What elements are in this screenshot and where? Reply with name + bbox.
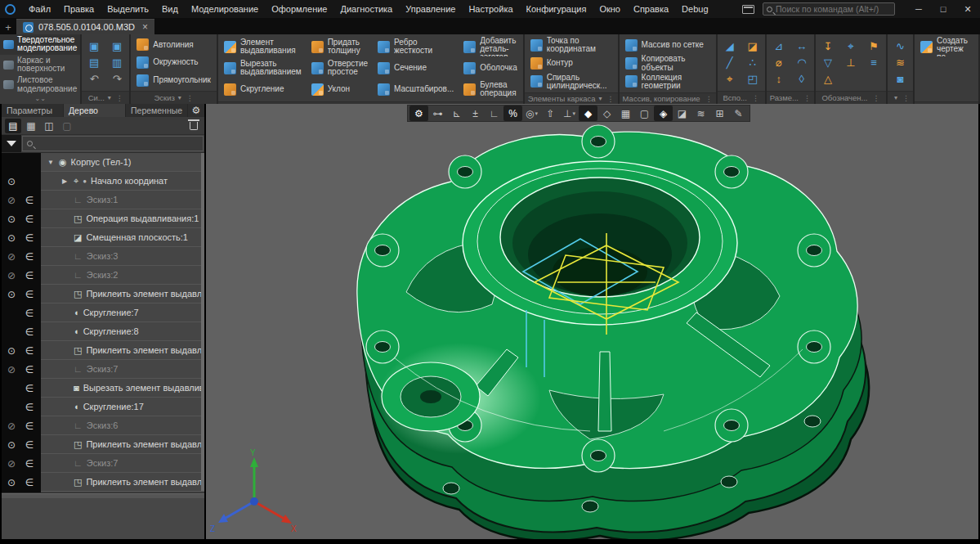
- tree-item[interactable]: ⊘∈∟Эскиз:6: [2, 416, 204, 435]
- viewport-3d[interactable]: ⚙⊶⊾±∟%◎▾⇧⊥▾◆◇▦▢◈◪≋⊞✎ Y X Z: [206, 104, 978, 539]
- layers-icon[interactable]: ≋: [691, 106, 710, 121]
- include-relation-icon[interactable]: ∈: [21, 439, 38, 451]
- include-relation-icon[interactable]: ∈: [21, 383, 38, 394]
- diameter-dimension-icon[interactable]: ⌀: [770, 56, 788, 70]
- include-relation-icon[interactable]: ∈: [21, 289, 38, 300]
- group-dropdown-icon[interactable]: ▾: [178, 94, 181, 101]
- tree-structure-icon[interactable]: ▦: [23, 119, 39, 133]
- eye-hidden-icon[interactable]: ⊘: [2, 458, 21, 470]
- eye-hidden-icon[interactable]: ⊘: [2, 251, 21, 263]
- thicken-button[interactable]: Придать толщину: [309, 36, 370, 57]
- tolerance-icon[interactable]: ▽: [819, 56, 837, 70]
- mode-tab[interactable]: Каркас и поверхности: [0, 55, 80, 75]
- menu-item[interactable]: Справка: [627, 0, 675, 18]
- mode-tab[interactable]: Листовое моделирование: [0, 74, 80, 95]
- tree-view-icon[interactable]: ▤: [5, 119, 21, 133]
- menu-item[interactable]: Оформление: [265, 0, 333, 18]
- tree-item[interactable]: ∈◖Скругление:7: [2, 303, 204, 322]
- position-icon[interactable]: △: [819, 72, 837, 86]
- tree-search-input[interactable]: [36, 139, 199, 149]
- include-relation-icon[interactable]: ∈: [21, 477, 38, 488]
- command-search[interactable]: [763, 2, 895, 16]
- tree-item[interactable]: ⊘∈∟Эскиз:7: [2, 454, 204, 473]
- link-dimensions-icon[interactable]: ⊶: [428, 106, 447, 121]
- spline-surface-icon[interactable]: ≋: [891, 56, 909, 70]
- group-grip-icon[interactable]: ⋮: [902, 94, 910, 102]
- delete-icon[interactable]: [190, 122, 198, 130]
- include-relation-icon[interactable]: ∈: [21, 232, 38, 244]
- group-grip-icon[interactable]: ⋮: [186, 94, 194, 102]
- print-icon[interactable]: ▤: [85, 56, 103, 70]
- group-grip-icon[interactable]: ⋮: [752, 94, 759, 102]
- eye-visible-icon[interactable]: ⊙: [2, 232, 21, 244]
- group-grip-icon[interactable]: ⋮: [803, 94, 811, 102]
- control-point-icon[interactable]: ∴: [744, 56, 762, 70]
- menu-item[interactable]: Вид: [155, 0, 185, 18]
- menu-item[interactable]: Правка: [57, 0, 101, 18]
- structure-icon[interactable]: ⊞: [710, 106, 729, 121]
- tree-item[interactable]: ∈◖Скругление:17: [2, 398, 204, 416]
- dimension-chain-icon[interactable]: ◊: [793, 72, 811, 86]
- tree-item[interactable]: ⊙∈◳Приклеить элемент выдавливани: [2, 341, 204, 360]
- scale-button[interactable]: Масштабиров...: [375, 79, 456, 100]
- include-relation-icon[interactable]: ∈: [21, 214, 38, 225]
- include-relation-icon[interactable]: ∈: [21, 420, 38, 432]
- eye-hidden-icon[interactable]: ⊘: [2, 270, 21, 281]
- linear-dimension-icon[interactable]: ↔: [793, 39, 811, 53]
- eye-visible-icon[interactable]: ⊙: [2, 214, 21, 225]
- group-grip-icon[interactable]: ⋮: [873, 94, 880, 102]
- menu-item[interactable]: Настройка: [462, 0, 519, 18]
- eye-visible-icon[interactable]: ⊙: [2, 439, 21, 451]
- eye-hidden-icon[interactable]: ⊘: [2, 364, 21, 375]
- menu-item[interactable]: Выделить: [101, 0, 155, 18]
- aux-plane-icon[interactable]: ◪: [744, 39, 762, 53]
- tree-item[interactable]: ⊘∈∟Эскиз:2: [2, 266, 204, 285]
- coordinate-triad-icon[interactable]: ⊥▾: [560, 106, 579, 121]
- eye-visible-icon[interactable]: ⊙: [2, 477, 21, 488]
- select-region-icon[interactable]: ▢: [635, 106, 654, 121]
- eye-visible-icon[interactable]: ⊙: [2, 289, 21, 300]
- include-relation-icon[interactable]: ∈: [21, 326, 38, 338]
- shaded-view-icon[interactable]: ◆: [579, 106, 597, 121]
- include-relation-icon[interactable]: ∈: [21, 458, 38, 470]
- panel-tab-дерево[interactable]: Дерево: [64, 104, 125, 117]
- aux-geometry-icon[interactable]: ⌖: [721, 72, 739, 86]
- tree-item[interactable]: ∈◙Вырезать элемент выдавливания:: [2, 379, 204, 398]
- menu-item[interactable]: Файл: [22, 0, 57, 18]
- datum-icon[interactable]: ⌖: [842, 39, 860, 53]
- point-by-coordinates-button[interactable]: Точка по координатам: [528, 36, 615, 54]
- circle-button[interactable]: Окружность: [134, 54, 213, 72]
- group-grip-icon[interactable]: ⋮: [116, 94, 123, 102]
- workspace-icon[interactable]: [742, 5, 754, 14]
- coordinate-triad-icon-dropdown[interactable]: ▾: [572, 110, 575, 117]
- menu-item[interactable]: Управление: [399, 0, 462, 18]
- include-relation-icon[interactable]: ∈: [21, 195, 38, 206]
- display-style-icon[interactable]: ◈: [654, 106, 673, 121]
- tree-item[interactable]: ▼◉Корпус (Тел-1): [2, 153, 204, 172]
- local-cs-icon[interactable]: ◢: [721, 39, 739, 53]
- menu-item[interactable]: Моделирование: [185, 0, 265, 18]
- menu-item[interactable]: Окно: [593, 0, 627, 18]
- tree-item[interactable]: ⊙∈◳Приклеить элемент выдавливани: [2, 285, 204, 303]
- marking-icon[interactable]: ≡: [865, 56, 883, 70]
- cut-extrude-button[interactable]: Вырезать выдавливанием: [222, 57, 304, 79]
- conditional-intersection-icon[interactable]: ∿: [891, 39, 909, 53]
- fillet-button[interactable]: Скругление: [222, 79, 304, 100]
- angle-dimension-icon[interactable]: ↕: [770, 72, 788, 86]
- rectangle-button[interactable]: Прямоугольник: [134, 71, 213, 89]
- panel-tab-параметры[interactable]: Параметры: [2, 104, 63, 117]
- tree-item[interactable]: ⊙∈◳Операция выдавливания:1: [2, 209, 204, 228]
- tree-vscrollbar[interactable]: [201, 153, 204, 491]
- create-drawing-button[interactable]: Создать чертеж по модели: [918, 36, 975, 57]
- panel-tab-переменные[interactable]: Переменные: [126, 104, 187, 117]
- group-dropdown-icon[interactable]: ▾: [599, 95, 602, 102]
- tree-item[interactable]: ⊘∈∟Эскиз:1: [2, 191, 204, 209]
- tree-item[interactable]: ⊘∈∟Эскиз:7: [2, 360, 204, 379]
- eye-hidden-icon[interactable]: ⊘: [2, 195, 21, 206]
- menu-item[interactable]: Диагностика: [333, 0, 399, 18]
- undo-icon[interactable]: ↶: [85, 72, 103, 86]
- auto-dimension-icon[interactable]: ±: [466, 106, 485, 121]
- eye-visible-icon[interactable]: ⊙: [2, 176, 21, 187]
- redo-icon[interactable]: ↷: [108, 72, 126, 86]
- orientation-icon[interactable]: ⇧: [541, 106, 560, 121]
